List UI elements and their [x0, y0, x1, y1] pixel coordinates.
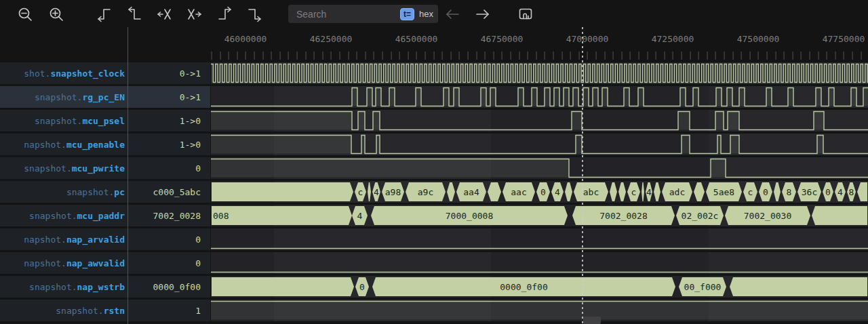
bus-segment: c	[355, 182, 366, 201]
forward-button[interactable]	[473, 4, 493, 24]
signal-value: 1->0	[127, 134, 201, 155]
bus-segment: 4	[646, 182, 652, 201]
signal-name-label: snapshot_clock	[50, 68, 125, 79]
zoom-in-icon	[48, 6, 64, 22]
signal-scope-prefix: snapshot.	[56, 306, 103, 316]
signal-name: snapshot.rstn	[0, 300, 125, 321]
signal-name: napshot.nap_awvalid	[0, 252, 125, 274]
binary-waveform	[211, 86, 868, 108]
signal-name: snapshot.mcu_psel	[0, 110, 125, 131]
timeline-cursor[interactable]	[582, 27, 583, 324]
zoom-in-button[interactable]	[46, 4, 66, 24]
signal-name-label: mcu_penable	[66, 140, 125, 150]
signal-row-rstn[interactable]: snapshot.rstn1	[0, 300, 210, 321]
bus-segment	[654, 182, 660, 201]
prev-falling-edge-button[interactable]	[94, 4, 114, 24]
back-button[interactable]	[442, 4, 462, 24]
viewport-button[interactable]	[515, 4, 536, 24]
timeline-tick-label: 47500000	[737, 34, 780, 44]
time-format-badge[interactable]: t=	[400, 8, 414, 20]
bus-segment	[212, 182, 353, 201]
wave-mcu_paddr[interactable]: 00847000_00087002_002802_002c7002_0030	[211, 205, 868, 226]
signal-name-label: mcu_psel	[82, 116, 125, 126]
signal-value: 1	[127, 300, 201, 321]
signal-row-mcu_penable[interactable]: napshot.mcu_penable1->0	[0, 134, 210, 155]
signal-scope-prefix: snapshot.	[66, 187, 114, 197]
bus-segment	[694, 182, 705, 201]
signal-row-nap_awvalid[interactable]: napshot.nap_awvalid0	[0, 252, 210, 274]
timeline-tick-label: 47250000	[652, 34, 694, 44]
wave-rg_pc_EN[interactable]	[211, 86, 868, 108]
zoom-out-button[interactable]	[15, 4, 35, 24]
wave-nap_awvalid[interactable]	[211, 252, 868, 274]
bus-segment: 5ae8	[706, 182, 742, 201]
wave-panel: 4600000046250000465000004675000047000000…	[0, 27, 868, 324]
wave-mcu_psel[interactable]	[211, 110, 868, 131]
bus-segment: aa4	[456, 182, 486, 201]
binary-waveform	[211, 300, 868, 321]
signal-scope-prefix: snapshot.	[29, 282, 77, 292]
signal-name-label: rstn	[104, 306, 125, 316]
bus-segment: 36c	[797, 182, 821, 201]
prev-rising-edge-icon	[126, 6, 142, 22]
toolbar: t= hex	[0, 0, 868, 27]
bus-segment: 00_f000	[679, 277, 726, 296]
waveform-viewer: t= hex 460000004625000046500000467500004…	[0, 0, 868, 324]
value-format-badge[interactable]: hex	[418, 9, 435, 19]
signal-row-mcu_paddr[interactable]: snapshot.mcu_paddr7002_0028	[0, 205, 210, 226]
signal-row-mcu_pwrite[interactable]: snapshot.mcu_pwrite0	[0, 157, 210, 179]
signal-row-mcu_psel[interactable]: snapshot.mcu_psel1->0	[0, 110, 210, 131]
wave-pc[interactable]: c4a98a9caa4aac04abcc4adc5ae8c0836c048	[211, 181, 868, 203]
bus-segment: 4	[835, 182, 846, 201]
wave-nap_arvalid[interactable]	[211, 228, 868, 250]
name-value-divider[interactable]	[127, 27, 128, 324]
bus-segment: 0	[355, 277, 369, 296]
signal-name-label: mcu_pwrite	[72, 163, 125, 174]
wave-mcu_pwrite[interactable]	[211, 157, 868, 179]
binary-waveform	[211, 157, 868, 179]
binary-waveform	[211, 134, 868, 155]
timeline-tick-label: 47000000	[566, 34, 609, 44]
signal-row-rg_pc_EN[interactable]: snapshot.rg_pc_EN0->1	[0, 86, 210, 108]
wave-rstn[interactable]	[211, 300, 868, 321]
horizontal-scrollbar-thumb[interactable]	[583, 317, 601, 324]
signal-name: snapshot.rg_pc_EN	[0, 86, 125, 108]
bus-segment: adc	[662, 182, 692, 201]
signal-name: snapshot.mcu_paddr	[0, 205, 125, 226]
prev-transition-button[interactable]	[154, 4, 174, 24]
bus-segment	[857, 182, 867, 201]
bus-segment: 4	[551, 182, 564, 201]
signal-value: 0	[127, 252, 201, 274]
bus-segment: 0	[759, 182, 772, 201]
next-rising-edge-button[interactable]	[215, 4, 235, 24]
signal-name-label: mcu_paddr	[77, 211, 125, 221]
wave-snapshot_clock[interactable]	[211, 62, 868, 84]
signal-value: 0->1	[127, 86, 201, 108]
signal-name-label: pc	[114, 187, 125, 197]
wave-mcu_penable[interactable]	[211, 134, 868, 155]
signal-value: c000_5abc	[127, 181, 201, 203]
timeline-tick-label: 46000000	[224, 34, 267, 44]
signal-row-pc[interactable]: snapshot.pcc000_5abc	[0, 181, 210, 203]
next-transition-button[interactable]	[184, 4, 205, 24]
bus-segment	[447, 182, 455, 201]
signal-scope-prefix: snapshot.	[24, 163, 71, 174]
wave-nap_wstrb[interactable]: 00000_0f0000_f000	[211, 276, 868, 298]
bus-segment	[565, 182, 572, 201]
signal-name-label: nap_arvalid	[66, 235, 125, 245]
signal-name: snapshot.nap_wstrb	[0, 276, 125, 298]
signal-row-nap_arvalid[interactable]: napshot.nap_arvalid0	[0, 228, 210, 250]
signal-value: 7002_0028	[127, 205, 201, 226]
signal-row-nap_wstrb[interactable]: snapshot.nap_wstrb0000_0f00	[0, 276, 210, 298]
binary-waveform	[211, 252, 868, 274]
signal-scope-prefix: snapshot.	[35, 116, 82, 126]
zoom-out-icon	[17, 6, 33, 22]
next-falling-edge-button[interactable]	[245, 4, 265, 24]
search-input[interactable]	[295, 8, 400, 20]
prev-rising-edge-button[interactable]	[124, 4, 144, 24]
signal-name-label: rg_pc_EN	[82, 92, 125, 102]
bus-segment	[812, 206, 867, 225]
next-transition-icon	[186, 6, 203, 22]
signal-name: snapshot.pc	[0, 181, 125, 203]
signal-row-snapshot_clock[interactable]: shot.snapshot_clock0->1	[0, 62, 210, 84]
